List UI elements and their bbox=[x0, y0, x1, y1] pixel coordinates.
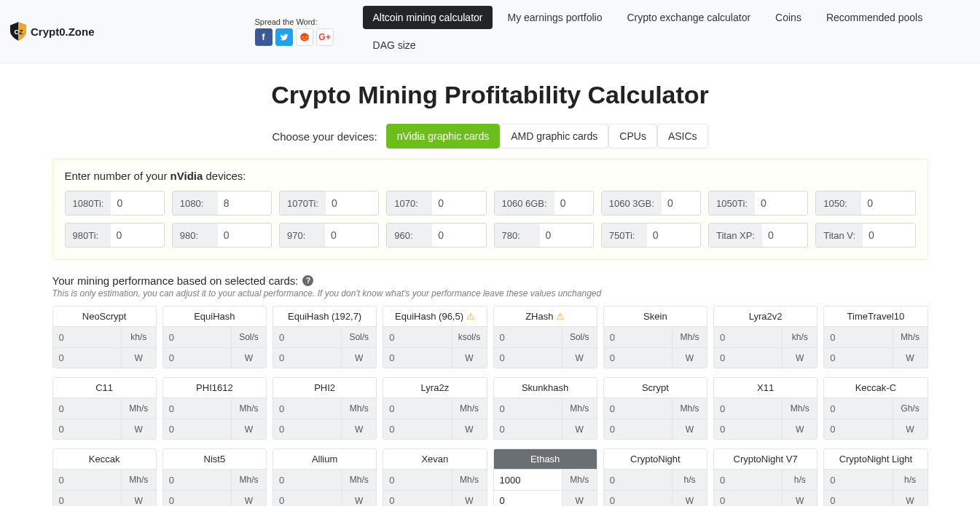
logo[interactable]: C Z Crypt0.Zone bbox=[10, 22, 95, 41]
device-input[interactable] bbox=[863, 224, 914, 247]
device-tab[interactable]: AMD graphic cards bbox=[500, 124, 608, 149]
device-input[interactable] bbox=[432, 191, 485, 215]
power-input[interactable] bbox=[383, 491, 451, 506]
nav-link[interactable]: DAG size bbox=[363, 33, 426, 57]
algo-card: EquiHashSol/sW bbox=[162, 306, 267, 368]
hashrate-input[interactable] bbox=[604, 470, 672, 490]
device-input[interactable] bbox=[218, 224, 271, 247]
hashrate-input[interactable] bbox=[163, 470, 231, 490]
hashrate-input[interactable] bbox=[163, 327, 231, 347]
googleplus-icon[interactable]: G+ bbox=[316, 28, 334, 46]
power-input[interactable] bbox=[714, 348, 782, 368]
device-tab[interactable]: ASICs bbox=[657, 124, 708, 149]
power-input[interactable] bbox=[383, 348, 451, 368]
hashrate-input[interactable] bbox=[604, 398, 672, 419]
power-input[interactable] bbox=[273, 419, 341, 439]
hashrate-unit: Mh/s bbox=[452, 398, 487, 419]
power-input[interactable] bbox=[824, 491, 892, 506]
device-field: 1050: bbox=[815, 191, 915, 216]
power-unit: W bbox=[231, 419, 266, 439]
power-input[interactable] bbox=[494, 491, 562, 506]
power-input[interactable] bbox=[604, 491, 672, 506]
hashrate-input[interactable] bbox=[494, 398, 562, 419]
device-label: 1060 3GB: bbox=[602, 191, 662, 215]
power-input[interactable] bbox=[824, 419, 892, 439]
power-input[interactable] bbox=[494, 348, 562, 368]
device-input[interactable] bbox=[755, 191, 807, 215]
device-field: 780: bbox=[494, 223, 594, 248]
hashrate-input[interactable] bbox=[273, 470, 341, 490]
hashrate-input[interactable] bbox=[53, 398, 121, 419]
power-input[interactable] bbox=[163, 491, 231, 506]
power-input[interactable] bbox=[824, 348, 892, 368]
twitter-icon[interactable] bbox=[275, 28, 293, 46]
nav-link[interactable]: My earnings portfolio bbox=[497, 6, 612, 29]
hashrate-input[interactable] bbox=[53, 327, 121, 347]
power-unit: W bbox=[893, 491, 928, 506]
hashrate-input[interactable] bbox=[383, 327, 451, 347]
help-icon[interactable]: ? bbox=[302, 275, 313, 286]
hashrate-input[interactable] bbox=[714, 398, 782, 419]
power-input[interactable] bbox=[383, 419, 451, 439]
power-unit: W bbox=[893, 348, 928, 368]
hashrate-input[interactable] bbox=[714, 470, 782, 490]
power-input[interactable] bbox=[604, 348, 672, 368]
device-input[interactable] bbox=[111, 224, 164, 247]
power-input[interactable] bbox=[53, 419, 121, 439]
hashrate-input[interactable] bbox=[53, 470, 121, 490]
hashrate-input[interactable] bbox=[163, 398, 231, 419]
reddit-icon[interactable] bbox=[296, 28, 313, 46]
hashrate-input[interactable] bbox=[383, 470, 451, 490]
device-input[interactable] bbox=[861, 191, 914, 215]
hashrate-input[interactable] bbox=[824, 398, 892, 419]
device-label: Titan XP: bbox=[709, 224, 762, 247]
facebook-icon[interactable]: f bbox=[255, 28, 273, 46]
device-input[interactable] bbox=[762, 224, 807, 247]
device-tab[interactable]: CPUs bbox=[608, 124, 657, 149]
hashrate-input[interactable] bbox=[494, 327, 562, 347]
hashrate-unit: Mh/s bbox=[672, 327, 707, 347]
power-input[interactable] bbox=[714, 491, 782, 506]
power-unit: W bbox=[452, 491, 487, 506]
device-input[interactable] bbox=[432, 224, 485, 247]
hashrate-input[interactable] bbox=[494, 470, 562, 490]
device-input[interactable] bbox=[325, 224, 378, 247]
nav-link[interactable]: Recommended pools bbox=[816, 6, 933, 29]
device-input[interactable] bbox=[218, 191, 271, 215]
device-input[interactable] bbox=[554, 191, 593, 215]
nav-link[interactable]: Crypto exchange calculator bbox=[616, 6, 761, 29]
hashrate-input[interactable] bbox=[824, 470, 892, 490]
devices-panel-title: Enter number of your nVidia devices: bbox=[65, 170, 916, 182]
power-input[interactable] bbox=[273, 491, 341, 506]
device-input[interactable] bbox=[326, 191, 378, 215]
hashrate-input[interactable] bbox=[604, 327, 672, 347]
power-input[interactable] bbox=[163, 419, 231, 439]
device-input[interactable] bbox=[540, 224, 593, 247]
hashrate-input[interactable] bbox=[714, 327, 782, 347]
power-input[interactable] bbox=[714, 419, 782, 439]
device-label: 1050Ti: bbox=[709, 191, 755, 215]
hashrate-input[interactable] bbox=[383, 398, 451, 419]
page-title: Crypto Mining Profitability Calculator bbox=[52, 81, 928, 109]
algo-name: Keccak-C bbox=[824, 378, 927, 398]
nav-link[interactable]: Altcoin mining calculator bbox=[363, 6, 493, 29]
device-input[interactable] bbox=[647, 224, 700, 247]
hashrate-input[interactable] bbox=[273, 327, 341, 347]
device-input[interactable] bbox=[662, 191, 700, 215]
device-label: Titan V: bbox=[816, 224, 863, 247]
device-tab[interactable]: nVidia graphic cards bbox=[386, 124, 501, 149]
device-input[interactable] bbox=[111, 191, 163, 215]
device-field: 1070: bbox=[386, 191, 486, 216]
power-input[interactable] bbox=[53, 491, 121, 506]
algo-name: Skunkhash bbox=[494, 378, 597, 398]
hashrate-input[interactable] bbox=[824, 327, 892, 347]
svg-point-4 bbox=[305, 36, 307, 38]
hashrate-input[interactable] bbox=[273, 398, 341, 419]
power-input[interactable] bbox=[163, 348, 231, 368]
power-input[interactable] bbox=[494, 419, 562, 439]
power-input[interactable] bbox=[53, 348, 121, 368]
power-input[interactable] bbox=[273, 348, 341, 368]
power-input[interactable] bbox=[604, 419, 672, 439]
nav-link[interactable]: Coins bbox=[765, 6, 812, 29]
hashrate-unit: Mh/s bbox=[893, 327, 928, 347]
